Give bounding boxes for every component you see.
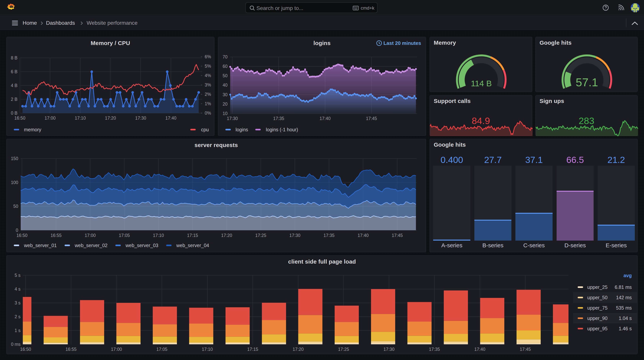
svg-text:57.1: 57.1 [576,76,598,89]
svg-text:114 B: 114 B [471,79,492,88]
